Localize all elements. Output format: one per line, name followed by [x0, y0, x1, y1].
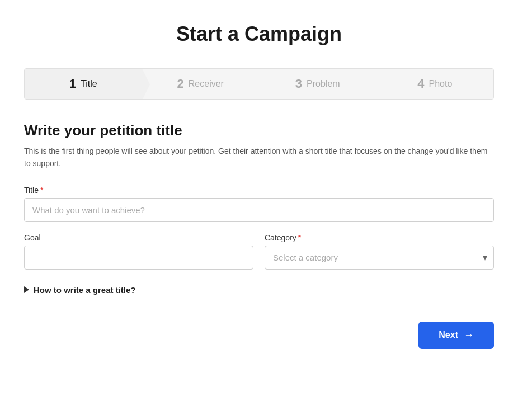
step-2-number: 2	[177, 77, 184, 91]
accordion-how-to[interactable]: How to write a great title?	[24, 285, 494, 295]
step-1[interactable]: 1 Title	[25, 69, 142, 99]
goal-field-group: Goal 5000	[24, 233, 253, 270]
form-description: This is the first thing people will see …	[24, 145, 494, 170]
accordion-arrow-icon	[24, 286, 29, 293]
page-title: Start a Campaign	[24, 22, 494, 46]
step-1-number: 1	[69, 77, 76, 91]
title-input[interactable]	[24, 198, 494, 222]
next-button[interactable]: Next →	[418, 322, 494, 349]
step-2-arrow	[259, 69, 267, 100]
step-4-number: 4	[417, 77, 424, 91]
stepper: 1 Title 2 Receiver 3 Problem 4 Photo	[24, 68, 494, 100]
goal-input[interactable]: 5000	[24, 246, 253, 270]
goal-category-row: Goal 5000 Category * Select a category E…	[24, 233, 494, 270]
category-label: Category *	[265, 233, 494, 242]
step-4[interactable]: 4 Photo	[376, 69, 494, 99]
category-select[interactable]: Select a category Environment Education …	[265, 246, 494, 270]
goal-label: Goal	[24, 233, 253, 242]
step-3-arrow	[376, 69, 384, 100]
next-button-label: Next	[439, 330, 458, 340]
step-4-label: Photo	[428, 79, 452, 89]
category-required-star: *	[298, 233, 301, 242]
step-2-label: Receiver	[189, 79, 224, 89]
step-3[interactable]: 3 Problem	[259, 69, 376, 99]
step-1-arrow	[142, 69, 150, 100]
step-3-number: 3	[295, 77, 302, 91]
form-section: Write your petition title This is the fi…	[24, 122, 494, 360]
footer-actions: Next →	[24, 322, 494, 349]
step-1-label: Title	[81, 79, 97, 89]
category-select-wrapper: Select a category Environment Education …	[265, 246, 494, 270]
step-2[interactable]: 2 Receiver	[142, 69, 260, 99]
form-heading: Write your petition title	[24, 122, 494, 139]
accordion-label: How to write a great title?	[34, 285, 136, 295]
step-3-label: Problem	[307, 79, 340, 89]
next-arrow-icon: →	[464, 329, 474, 341]
title-required-star: *	[40, 186, 43, 195]
title-label: Title *	[24, 186, 494, 195]
category-field-group: Category * Select a category Environment…	[265, 233, 494, 270]
title-field-group: Title *	[24, 186, 494, 222]
